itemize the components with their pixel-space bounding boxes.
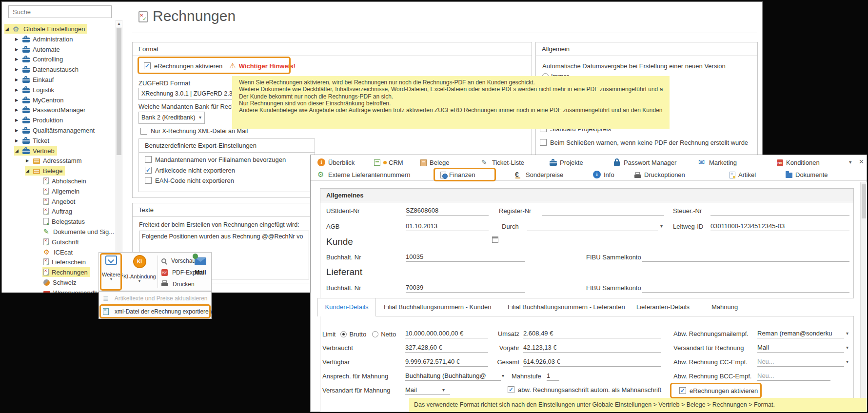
expand-arrow-icon[interactable] <box>15 67 22 72</box>
abw-bcc-field[interactable]: Neu... <box>757 372 830 381</box>
chevron-down-icon[interactable] <box>846 359 848 364</box>
ustident-field[interactable]: SZ8608608 <box>406 206 489 216</box>
netto-radio[interactable] <box>372 331 378 337</box>
tab-projekte[interactable]: Projekte <box>550 157 583 167</box>
calendar-icon[interactable] <box>492 236 498 243</box>
scrollbar-thumb[interactable] <box>862 184 866 218</box>
sidebar-item-icecat[interactable]: ICEcat <box>42 247 75 257</box>
weiteres-button[interactable]: Weiteres ▼ <box>102 255 120 289</box>
scrollbar-up-icon[interactable]: ▲ <box>116 20 122 27</box>
tab-marketing[interactable]: Marketing <box>698 157 737 167</box>
tab-kunden-details[interactable]: Kunden-Details <box>317 298 376 316</box>
abw-rechnungsmailempf-dropdown[interactable]: Reman (reman@sonderku <box>757 329 844 338</box>
expand-arrow-icon[interactable] <box>15 57 22 61</box>
abw-cc-dropdown[interactable]: Neu... <box>757 357 844 367</box>
chevron-down-icon[interactable] <box>846 331 848 336</box>
expand-arrow-icon[interactable] <box>15 98 22 102</box>
sidebar-item-passwordmanager[interactable]: PasswordManager <box>14 105 88 115</box>
tab-konditionen[interactable]: Konditionen <box>777 157 820 167</box>
sidebar-item-datenaustausch[interactable]: Datenaustausch <box>14 64 81 74</box>
limit-field[interactable]: 10.000.000.000,00 € <box>405 329 488 338</box>
sidebar-item-angebot[interactable]: Angebot <box>42 197 78 206</box>
expand-arrow-icon[interactable] <box>5 26 13 31</box>
steuer-nr-field[interactable] <box>710 206 849 216</box>
search-input[interactable] <box>8 5 112 18</box>
sidebar-item-ticket[interactable]: Ticket <box>14 136 52 145</box>
kunde-fibu-field[interactable] <box>642 253 849 262</box>
sidebar-item-abholschein[interactable]: Abholschein <box>42 176 89 186</box>
vorschau-button[interactable]: Vorschau <box>161 257 196 265</box>
lieferant-buchhalt-field[interactable]: 70039 <box>406 283 525 293</box>
sidebar-item-dokumente-und-sig[interactable]: Dokumente und Sig... <box>42 227 117 236</box>
erechnungen-aktivieren-row[interactable]: eRechnungen aktivieren Wichtiger Hinweis… <box>144 62 296 70</box>
ansprech-mahnung-dropdown[interactable]: Buchhaltung (Buchhaltung@ <box>405 372 501 381</box>
expand-arrow-icon[interactable] <box>15 148 22 153</box>
expand-arrow-icon[interactable] <box>15 108 22 112</box>
sidebar-item-administration[interactable]: Administration <box>14 34 75 44</box>
tab-artikel[interactable]: Artikel <box>730 170 756 179</box>
tab-ticket-liste[interactable]: Ticket-Liste <box>481 157 524 167</box>
expand-arrow-icon[interactable] <box>15 37 22 41</box>
register-nr-field[interactable] <box>542 206 664 216</box>
window-dropdown-icon[interactable]: ▾ <box>849 159 852 165</box>
expand-arrow-icon[interactable] <box>15 88 22 92</box>
drucken-button[interactable]: Drucken <box>161 280 195 288</box>
tab-druckoptionen[interactable]: Druckoptionen <box>634 170 685 179</box>
gesamt-field[interactable]: 614.926,03 € <box>523 357 661 367</box>
leitweg-id-field[interactable]: 03011000-1234512345-03 <box>710 222 849 231</box>
warn-close-checkbox[interactable] <box>540 139 547 146</box>
sidebar-item-adressstamm[interactable]: Adressstamm <box>25 156 84 165</box>
expand-arrow-icon[interactable] <box>26 168 33 173</box>
sidebar-item-controlling[interactable]: Controlling <box>14 54 65 64</box>
mahnstufe-field[interactable]: 1 <box>547 372 559 381</box>
versandart-rechnung-dropdown[interactable]: Mail <box>757 343 844 353</box>
chevron-down-icon[interactable] <box>442 387 445 393</box>
xml-only-checkbox[interactable] <box>140 128 147 135</box>
warn-close-row[interactable]: Beim Schließen warnen, wenn keine PDF de… <box>540 138 748 146</box>
finanzen-scrollbar[interactable] <box>860 182 867 412</box>
tab-mahnung[interactable]: Mahnung <box>711 303 738 311</box>
vorjahr-field[interactable]: 42.123,13 € <box>523 343 661 353</box>
artikelcode-checkbox[interactable] <box>145 167 152 174</box>
tab-filial-kunden[interactable]: Filial Buchhaltungsnummern - Kunden <box>384 303 491 311</box>
expand-arrow-icon[interactable] <box>15 47 22 52</box>
scrollbar-thumb[interactable] <box>117 28 121 155</box>
tab-externe-lieferantennummern[interactable]: Externe Lieferantennummern <box>317 170 410 179</box>
agb-date-field[interactable]: 01.10.2013 <box>406 222 489 231</box>
lieferant-fibu-field[interactable] <box>642 283 849 293</box>
artikelcode-row[interactable]: Artikelcode nicht exportieren <box>145 166 235 174</box>
mail-button[interactable]: Mail <box>192 254 209 289</box>
tab-ueberblick[interactable]: Überblick <box>317 157 355 167</box>
sidebar-item-lieferschein[interactable]: Lieferschein <box>42 257 88 267</box>
sidebar-item-logistik[interactable]: Logistik <box>14 85 57 95</box>
erechnungen-checkbox-finanzen[interactable] <box>679 387 686 394</box>
mandantennamen-checkbox[interactable] <box>145 156 152 163</box>
tab-filial-lieferanten[interactable]: Filial Buchhaltungsnummern - Lieferanten <box>508 303 625 311</box>
chevron-down-icon[interactable] <box>846 345 848 350</box>
bank-dropdown[interactable]: Bank 2 (Kreditbank) <box>138 112 205 124</box>
expand-arrow-icon[interactable] <box>26 158 33 163</box>
sidebar-item-qualitaetsmanagement[interactable]: Qualitätsmanagement <box>14 125 97 135</box>
sidebar-item-auftrag[interactable]: Auftrag <box>42 206 75 216</box>
umsatz-field[interactable]: 2.608,49 € <box>523 329 661 338</box>
sidebar-item-gutschrift[interactable]: Gutschrift <box>42 237 81 247</box>
erechnungen-aktivieren-row-finanzen[interactable]: eRechnungen aktivieren <box>679 387 758 394</box>
close-icon[interactable]: ✕ <box>859 158 864 165</box>
chevron-down-icon[interactable] <box>660 223 663 229</box>
tab-info[interactable]: Info <box>593 170 614 179</box>
durch-dropdown[interactable] <box>527 222 658 231</box>
sidebar-item-rechnungen[interactable]: Rechnungen <box>42 267 90 277</box>
chevron-down-icon[interactable] <box>502 373 504 378</box>
tab-lieferanten-details[interactable]: Lieferanten-Details <box>636 303 690 311</box>
mandantennamen-row[interactable]: Mandantennamen vor Filialnamen bevorzuge… <box>145 156 286 163</box>
sidebar-item-mycentron[interactable]: MyCentron <box>14 95 66 105</box>
sidebar-item-globale-einstellungen[interactable]: Globale Einstellungen <box>4 24 87 34</box>
sidebar-item-schweiz[interactable]: Schweiz <box>42 277 79 287</box>
tab-dokumente[interactable]: Dokumente <box>786 170 828 179</box>
expand-arrow-icon[interactable] <box>15 128 22 133</box>
sidebar-item-allgemein[interactable]: Allgemein <box>42 186 82 196</box>
expand-arrow-icon[interactable] <box>15 138 22 143</box>
sidebar-item-vertrieb[interactable]: Vertrieb <box>14 146 57 156</box>
tab-passwort-manager[interactable]: Passwort Manager <box>613 157 676 167</box>
zugferd-format-input[interactable]: XRechnung 3.0.1 | ZUGFeRD 2.3.3 (gül <box>138 88 247 100</box>
